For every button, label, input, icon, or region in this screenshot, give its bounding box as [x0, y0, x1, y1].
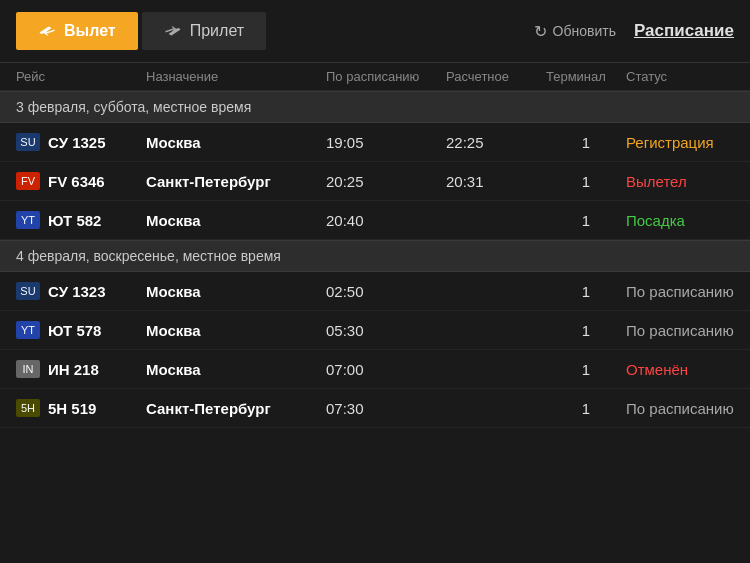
schedule-link[interactable]: Расписание: [634, 21, 734, 41]
date-row-0: 3 февраля, суббота, местное время: [0, 91, 750, 123]
scheduled-time: 05:30: [326, 322, 446, 339]
scheduled-time: 20:25: [326, 173, 446, 190]
col-estimated: Расчетное: [446, 69, 546, 84]
airline-icon: SU: [16, 282, 40, 300]
flight-row-0-0[interactable]: SUСУ 1325Москва19:0522:251Регистрация: [0, 123, 750, 162]
column-headers: Рейс Назначение По расписанию Расчетное …: [0, 63, 750, 91]
flight-number: СУ 1323: [48, 283, 106, 300]
airline-icon: FV: [16, 172, 40, 190]
flight-row-1-3[interactable]: 5H5Н 519Санкт-Петербург07:301По расписан…: [0, 389, 750, 428]
destination: Санкт-Петербург: [146, 400, 326, 417]
flight-row-1-0[interactable]: SUСУ 1323Москва02:501По расписанию: [0, 272, 750, 311]
terminal: 1: [546, 322, 626, 339]
airline-cell: INИН 218: [16, 360, 146, 378]
estimated-time: 20:31: [446, 173, 546, 190]
col-status: Статус: [626, 69, 734, 84]
scheduled-time: 07:00: [326, 361, 446, 378]
terminal: 1: [546, 212, 626, 229]
flight-number: ЮТ 578: [48, 322, 101, 339]
status: По расписанию: [626, 322, 734, 339]
status: По расписанию: [626, 283, 734, 300]
airline-cell: SUСУ 1325: [16, 133, 146, 151]
terminal: 1: [546, 361, 626, 378]
airline-icon: 5H: [16, 399, 40, 417]
airline-icon: SU: [16, 133, 40, 151]
destination: Москва: [146, 134, 326, 151]
departure-plane-icon: [38, 24, 56, 38]
flight-row-1-2[interactable]: INИН 218Москва07:001Отменён: [0, 350, 750, 389]
status: Отменён: [626, 361, 734, 378]
destination: Москва: [146, 283, 326, 300]
refresh-label: Обновить: [553, 23, 616, 39]
header: Вылет Прилет ↻ Обновить Расписание: [0, 0, 750, 63]
flight-number: ЮТ 582: [48, 212, 101, 229]
col-flight: Рейс: [16, 69, 146, 84]
destination: Санкт-Петербург: [146, 173, 326, 190]
terminal: 1: [546, 400, 626, 417]
tab-arrival[interactable]: Прилет: [142, 12, 266, 50]
estimated-time: 22:25: [446, 134, 546, 151]
flight-row-1-1[interactable]: YTЮТ 578Москва05:301По расписанию: [0, 311, 750, 350]
status: Посадка: [626, 212, 734, 229]
airline-icon: YT: [16, 321, 40, 339]
refresh-button[interactable]: ↻ Обновить: [534, 22, 616, 41]
airline-cell: YTЮТ 582: [16, 211, 146, 229]
departure-tab-label: Вылет: [64, 22, 116, 40]
scheduled-time: 02:50: [326, 283, 446, 300]
destination: Москва: [146, 212, 326, 229]
refresh-icon: ↻: [534, 22, 547, 41]
col-scheduled: По расписанию: [326, 69, 446, 84]
flight-number: FV 6346: [48, 173, 105, 190]
status: По расписанию: [626, 400, 734, 417]
flight-number: 5Н 519: [48, 400, 96, 417]
flight-number: СУ 1325: [48, 134, 106, 151]
terminal: 1: [546, 173, 626, 190]
flights-container: 3 февраля, суббота, местное времяSUСУ 13…: [0, 91, 750, 428]
col-terminal: Терминал: [546, 69, 626, 84]
status: Вылетел: [626, 173, 734, 190]
destination: Москва: [146, 322, 326, 339]
scheduled-time: 20:40: [326, 212, 446, 229]
airline-cell: YTЮТ 578: [16, 321, 146, 339]
flight-row-0-2[interactable]: YTЮТ 582Москва20:401Посадка: [0, 201, 750, 240]
terminal: 1: [546, 134, 626, 151]
status: Регистрация: [626, 134, 734, 151]
destination: Москва: [146, 361, 326, 378]
scheduled-time: 19:05: [326, 134, 446, 151]
airline-cell: SUСУ 1323: [16, 282, 146, 300]
airline-icon: YT: [16, 211, 40, 229]
flight-row-0-1[interactable]: FVFV 6346Санкт-Петербург20:2520:311Вылет…: [0, 162, 750, 201]
airline-icon: IN: [16, 360, 40, 378]
scheduled-time: 07:30: [326, 400, 446, 417]
tab-departure[interactable]: Вылет: [16, 12, 138, 50]
col-destination: Назначение: [146, 69, 326, 84]
airline-cell: FVFV 6346: [16, 172, 146, 190]
airline-cell: 5H5Н 519: [16, 399, 146, 417]
arrival-tab-label: Прилет: [190, 22, 244, 40]
date-row-1: 4 февраля, воскресенье, местное время: [0, 240, 750, 272]
arrival-plane-icon: [164, 24, 182, 38]
terminal: 1: [546, 283, 626, 300]
flight-number: ИН 218: [48, 361, 99, 378]
